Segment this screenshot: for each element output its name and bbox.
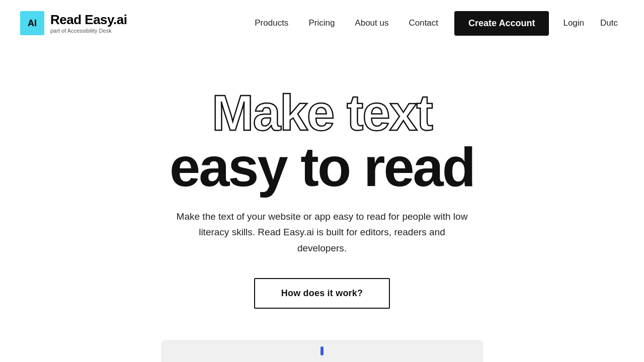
header: AI Read Easy.ai part of Accessibility De… — [0, 0, 644, 46]
nav-pricing[interactable]: Pricing — [300, 14, 343, 32]
nav-login[interactable]: Login — [557, 14, 590, 32]
nav-contact[interactable]: Contact — [400, 14, 446, 32]
create-account-button[interactable]: Create Account — [454, 11, 549, 36]
hero-heading-outline: Make text — [212, 86, 432, 139]
logo-icon-text: AI — [28, 18, 37, 29]
logo-title: Read Easy.ai — [50, 13, 127, 27]
logo-subtitle: part of Accessibility Desk — [50, 28, 127, 34]
bottom-preview-bar — [161, 340, 483, 362]
nav-products[interactable]: Products — [247, 14, 296, 32]
bottom-bar-indicator — [320, 346, 324, 355]
logo-text-group: Read Easy.ai part of Accessibility Desk — [50, 13, 127, 34]
hero-heading-solid: easy to read — [170, 139, 474, 195]
logo-icon: AI — [20, 11, 44, 35]
hero-cta-button[interactable]: How does it work? — [254, 278, 390, 309]
main-nav: Products Pricing About us Contact Create… — [247, 11, 624, 36]
logo[interactable]: AI Read Easy.ai part of Accessibility De… — [20, 11, 127, 35]
nav-about[interactable]: About us — [347, 14, 396, 32]
hero-section: Make text easy to read Make the text of … — [0, 46, 644, 329]
nav-language[interactable]: Dutc — [594, 14, 624, 32]
hero-subtext: Make the text of your website or app eas… — [176, 209, 468, 256]
